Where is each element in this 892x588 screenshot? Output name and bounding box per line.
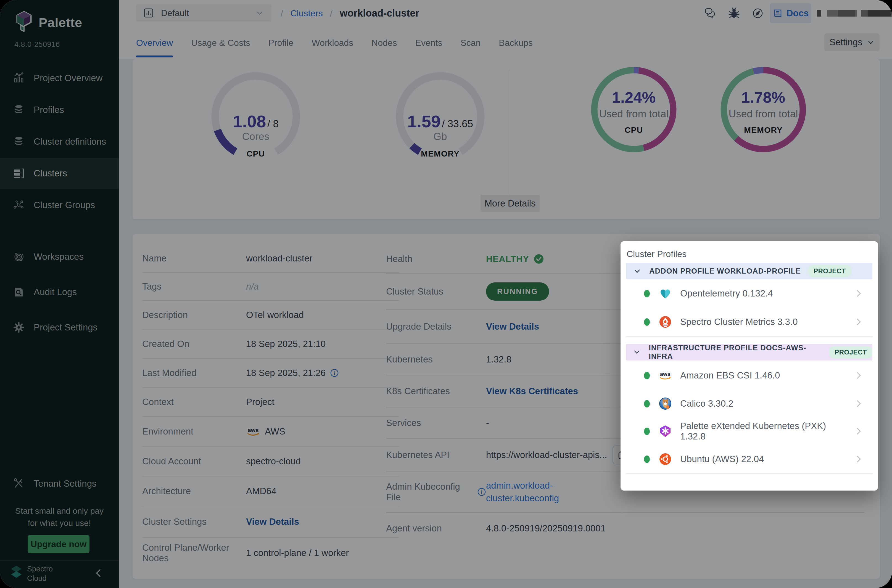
- panel-title: Cluster Profiles: [626, 249, 686, 259]
- calico-icon: [659, 397, 672, 410]
- profile-layer-amazon-ebs-csi[interactable]: aws Amazon EBS CSI 1.46.0: [626, 361, 872, 390]
- chevron-right-icon: [853, 398, 864, 409]
- svg-text:aws: aws: [660, 371, 671, 377]
- project-scope-badge: PROJECT: [829, 346, 872, 358]
- ubuntu-icon: [659, 453, 672, 466]
- status-dot-green: [644, 428, 650, 435]
- chevron-right-icon: [853, 288, 864, 299]
- opentelemetry-icon: [659, 287, 672, 300]
- prometheus-icon: [659, 315, 672, 328]
- chevron-right-icon: [853, 316, 864, 327]
- app-window: Palette 4.8.0-250916 Project Overview Pr…: [0, 0, 892, 588]
- addon-section-label: ADDON PROFILE WORKLOAD-PROFILE: [649, 267, 801, 276]
- profile-layer-calico[interactable]: Calico 3.30.2: [626, 390, 872, 418]
- profile-layer-opentelemetry[interactable]: Opentelemetry 0.132.4: [626, 279, 872, 308]
- status-dot-green: [644, 318, 650, 326]
- chevron-down-icon: [632, 266, 642, 276]
- profile-layer-pxk[interactable]: Palette eXtended Kubernetes (PXK) 1.32.8: [626, 417, 872, 446]
- status-dot-green: [644, 372, 650, 379]
- chevron-right-icon: [853, 453, 864, 465]
- cluster-profiles-panel: Cluster Profiles ADDON PROFILE WORKLOAD-…: [620, 241, 878, 490]
- profile-layer-ubuntu[interactable]: Ubuntu (AWS) 22.04: [626, 445, 872, 474]
- aws-logo-icon: aws: [659, 369, 672, 382]
- infra-section-label: INFRASTRUCTURE PROFILE DOCS-AWS-INFRA: [649, 344, 822, 361]
- status-dot-green: [644, 400, 650, 408]
- chevron-right-icon: [853, 370, 864, 381]
- chevron-down-icon: [632, 347, 641, 357]
- pxk-icon: [659, 424, 672, 438]
- status-dot-green: [644, 290, 650, 297]
- project-scope-badge: PROJECT: [808, 265, 851, 277]
- profile-layer-spectro-cluster-metrics[interactable]: Spectro Cluster Metrics 3.3.0: [626, 308, 872, 337]
- chevron-right-icon: [853, 426, 864, 437]
- addon-profile-section-header[interactable]: ADDON PROFILE WORKLOAD-PROFILE PROJECT: [626, 263, 872, 279]
- status-dot-green: [644, 456, 650, 463]
- infrastructure-profile-section-header[interactable]: INFRASTRUCTURE PROFILE DOCS-AWS-INFRA PR…: [626, 344, 872, 360]
